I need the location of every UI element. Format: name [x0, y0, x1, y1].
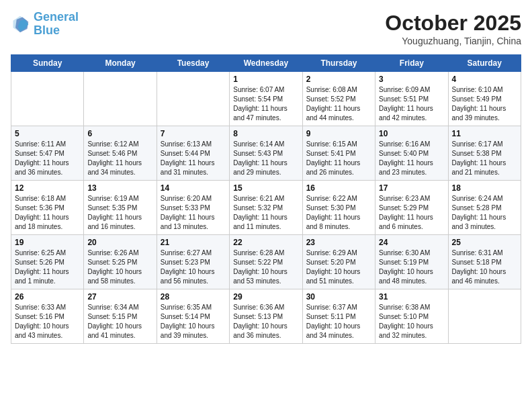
calendar-day-cell: 4Sunrise: 6:10 AM Sunset: 5:49 PM Daylig… [448, 72, 521, 126]
calendar-day-cell: 21Sunrise: 6:27 AM Sunset: 5:23 PM Dayli… [157, 235, 229, 289]
page-header: General Blue October 2025 Youguzhuang, T… [11, 11, 521, 46]
month-title: October 2025 [385, 11, 521, 36]
weekday-header: Tuesday [157, 55, 229, 72]
day-number: 8 [233, 129, 298, 138]
day-number: 2 [306, 75, 371, 84]
day-number: 4 [452, 75, 517, 84]
calendar-week-row: 19Sunrise: 6:25 AM Sunset: 5:26 PM Dayli… [11, 235, 521, 289]
day-info: Sunrise: 6:27 AM Sunset: 5:23 PM Dayligh… [161, 248, 226, 286]
day-number: 26 [15, 292, 80, 302]
day-info: Sunrise: 6:29 AM Sunset: 5:20 PM Dayligh… [306, 248, 371, 286]
calendar-day-cell: 19Sunrise: 6:25 AM Sunset: 5:26 PM Dayli… [11, 235, 84, 289]
calendar-day-cell: 23Sunrise: 6:29 AM Sunset: 5:20 PM Dayli… [302, 235, 375, 289]
day-info: Sunrise: 6:23 AM Sunset: 5:29 PM Dayligh… [379, 194, 444, 232]
day-number: 12 [15, 183, 80, 193]
day-info: Sunrise: 6:21 AM Sunset: 5:32 PM Dayligh… [233, 194, 298, 232]
day-number: 22 [233, 238, 298, 247]
day-info: Sunrise: 6:10 AM Sunset: 5:49 PM Dayligh… [452, 85, 517, 123]
day-number: 19 [15, 238, 80, 247]
calendar-day-cell: 9Sunrise: 6:15 AM Sunset: 5:41 PM Daylig… [302, 126, 375, 181]
calendar-week-row: 26Sunrise: 6:33 AM Sunset: 5:16 PM Dayli… [11, 289, 521, 344]
day-number: 13 [87, 183, 152, 193]
calendar-day-cell: 14Sunrise: 6:20 AM Sunset: 5:33 PM Dayli… [157, 181, 229, 235]
day-info: Sunrise: 6:15 AM Sunset: 5:41 PM Dayligh… [306, 140, 371, 177]
day-number: 10 [379, 129, 444, 138]
calendar-day-cell: 24Sunrise: 6:30 AM Sunset: 5:19 PM Dayli… [375, 235, 448, 289]
calendar-day-cell: 22Sunrise: 6:28 AM Sunset: 5:22 PM Dayli… [230, 235, 302, 289]
day-info: Sunrise: 6:25 AM Sunset: 5:26 PM Dayligh… [15, 248, 80, 286]
day-info: Sunrise: 6:35 AM Sunset: 5:14 PM Dayligh… [161, 303, 226, 340]
calendar-week-row: 12Sunrise: 6:18 AM Sunset: 5:36 PM Dayli… [11, 181, 521, 235]
weekday-header: Wednesday [230, 55, 302, 72]
calendar-week-row: 5Sunrise: 6:11 AM Sunset: 5:47 PM Daylig… [11, 126, 521, 181]
calendar-day-cell: 7Sunrise: 6:13 AM Sunset: 5:44 PM Daylig… [157, 126, 229, 181]
weekday-header: Sunday [11, 55, 84, 72]
calendar-day-cell: 30Sunrise: 6:37 AM Sunset: 5:11 PM Dayli… [302, 289, 375, 344]
calendar-day-cell: 26Sunrise: 6:33 AM Sunset: 5:16 PM Dayli… [11, 289, 84, 344]
location: Youguzhuang, Tianjin, China [385, 36, 521, 46]
day-number: 16 [306, 183, 371, 193]
day-number: 31 [379, 292, 444, 302]
calendar-day-cell [157, 72, 229, 126]
day-number: 7 [161, 129, 226, 138]
calendar-day-cell: 12Sunrise: 6:18 AM Sunset: 5:36 PM Dayli… [11, 181, 84, 235]
day-number: 27 [87, 292, 152, 302]
calendar-day-cell: 11Sunrise: 6:17 AM Sunset: 5:38 PM Dayli… [448, 126, 521, 181]
calendar-day-cell: 1Sunrise: 6:07 AM Sunset: 5:54 PM Daylig… [230, 72, 302, 126]
calendar-day-cell: 17Sunrise: 6:23 AM Sunset: 5:29 PM Dayli… [375, 181, 448, 235]
calendar-day-cell: 20Sunrise: 6:26 AM Sunset: 5:25 PM Dayli… [84, 235, 157, 289]
calendar-day-cell [11, 72, 84, 126]
day-number: 18 [452, 183, 517, 193]
calendar-day-cell: 31Sunrise: 6:38 AM Sunset: 5:10 PM Dayli… [375, 289, 448, 344]
calendar-day-cell: 25Sunrise: 6:31 AM Sunset: 5:18 PM Dayli… [448, 235, 521, 289]
day-number: 14 [161, 183, 226, 193]
weekday-header: Monday [84, 55, 157, 72]
day-info: Sunrise: 6:38 AM Sunset: 5:10 PM Dayligh… [379, 303, 444, 340]
day-info: Sunrise: 6:34 AM Sunset: 5:15 PM Dayligh… [87, 303, 152, 340]
calendar-day-cell: 3Sunrise: 6:09 AM Sunset: 5:51 PM Daylig… [375, 72, 448, 126]
day-number: 20 [87, 238, 152, 247]
day-info: Sunrise: 6:20 AM Sunset: 5:33 PM Dayligh… [161, 194, 226, 232]
logo: General Blue [11, 11, 79, 38]
day-info: Sunrise: 6:13 AM Sunset: 5:44 PM Dayligh… [161, 140, 226, 177]
day-info: Sunrise: 6:07 AM Sunset: 5:54 PM Dayligh… [233, 85, 298, 123]
day-info: Sunrise: 6:28 AM Sunset: 5:22 PM Dayligh… [233, 248, 298, 286]
day-number: 6 [87, 129, 152, 138]
calendar: SundayMondayTuesdayWednesdayThursdayFrid… [11, 54, 521, 344]
day-number: 23 [306, 238, 371, 247]
day-info: Sunrise: 6:19 AM Sunset: 5:35 PM Dayligh… [87, 194, 152, 232]
day-info: Sunrise: 6:22 AM Sunset: 5:30 PM Dayligh… [306, 194, 371, 232]
day-info: Sunrise: 6:08 AM Sunset: 5:52 PM Dayligh… [306, 85, 371, 123]
day-info: Sunrise: 6:36 AM Sunset: 5:13 PM Dayligh… [233, 303, 298, 340]
calendar-day-cell: 28Sunrise: 6:35 AM Sunset: 5:14 PM Dayli… [157, 289, 229, 344]
calendar-day-cell: 16Sunrise: 6:22 AM Sunset: 5:30 PM Dayli… [302, 181, 375, 235]
calendar-day-cell: 13Sunrise: 6:19 AM Sunset: 5:35 PM Dayli… [84, 181, 157, 235]
day-info: Sunrise: 6:31 AM Sunset: 5:18 PM Dayligh… [452, 248, 517, 286]
day-info: Sunrise: 6:16 AM Sunset: 5:40 PM Dayligh… [379, 140, 444, 177]
day-info: Sunrise: 6:26 AM Sunset: 5:25 PM Dayligh… [87, 248, 152, 286]
day-info: Sunrise: 6:18 AM Sunset: 5:36 PM Dayligh… [15, 194, 80, 232]
calendar-day-cell: 27Sunrise: 6:34 AM Sunset: 5:15 PM Dayli… [84, 289, 157, 344]
weekday-header-row: SundayMondayTuesdayWednesdayThursdayFrid… [11, 55, 521, 72]
day-number: 24 [379, 238, 444, 247]
day-number: 9 [306, 129, 371, 138]
day-number: 3 [379, 75, 444, 84]
weekday-header: Thursday [302, 55, 375, 72]
day-info: Sunrise: 6:33 AM Sunset: 5:16 PM Dayligh… [15, 303, 80, 340]
day-number: 21 [161, 238, 226, 247]
calendar-day-cell: 2Sunrise: 6:08 AM Sunset: 5:52 PM Daylig… [302, 72, 375, 126]
calendar-day-cell: 6Sunrise: 6:12 AM Sunset: 5:46 PM Daylig… [84, 126, 157, 181]
calendar-day-cell: 15Sunrise: 6:21 AM Sunset: 5:32 PM Dayli… [230, 181, 302, 235]
day-number: 29 [233, 292, 298, 302]
day-info: Sunrise: 6:24 AM Sunset: 5:28 PM Dayligh… [452, 194, 517, 232]
title-block: October 2025 Youguzhuang, Tianjin, China [385, 11, 521, 46]
day-number: 28 [161, 292, 226, 302]
day-number: 25 [452, 238, 517, 247]
day-info: Sunrise: 6:37 AM Sunset: 5:11 PM Dayligh… [306, 303, 371, 340]
day-number: 15 [233, 183, 298, 193]
day-number: 5 [15, 129, 80, 138]
calendar-day-cell [84, 72, 157, 126]
calendar-day-cell: 18Sunrise: 6:24 AM Sunset: 5:28 PM Dayli… [448, 181, 521, 235]
calendar-day-cell: 5Sunrise: 6:11 AM Sunset: 5:47 PM Daylig… [11, 126, 84, 181]
calendar-week-row: 1Sunrise: 6:07 AM Sunset: 5:54 PM Daylig… [11, 72, 521, 126]
